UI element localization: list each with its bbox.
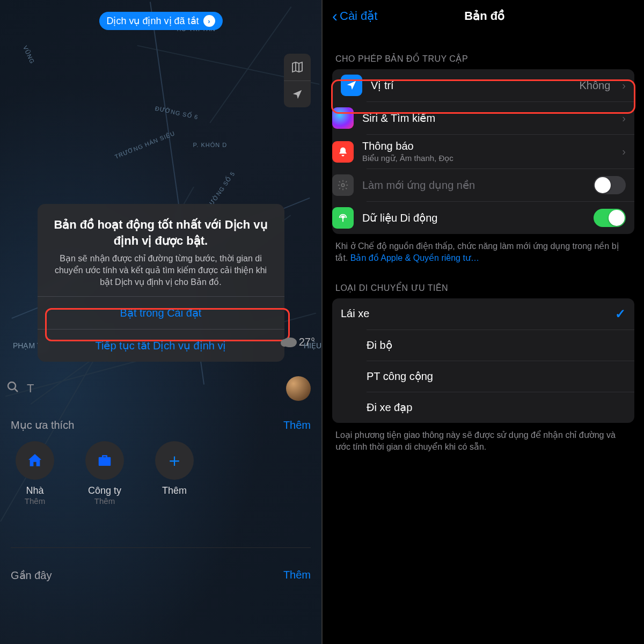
- access-list: Vị trí Không › Siri & Tìm kiếm › Thông b…: [332, 69, 634, 234]
- footer-note-1: Khi ở Chế độ nguồn điện thấp, chức năng …: [323, 234, 644, 271]
- right-settings-pane: ‹ Cài đặt Bản đồ CHO PHÉP BẢN ĐỒ TRUY CẬ…: [323, 0, 644, 644]
- chevron-right-icon: ›: [622, 79, 626, 92]
- favorite-home[interactable]: Nhà Thêm: [11, 441, 59, 506]
- chevron-right-icon: ›: [622, 112, 626, 125]
- cell-label: Lái xe: [341, 308, 606, 320]
- locate-button[interactable]: [284, 80, 311, 107]
- cell-label: PT công cộng: [367, 370, 626, 383]
- siri-cell[interactable]: Siri & Tìm kiếm ›: [367, 101, 634, 134]
- temperature-value: 27°: [299, 336, 315, 348]
- favorite-add[interactable]: ＋ Thêm: [150, 441, 199, 506]
- favorites-title: Mục ưa thích: [11, 419, 74, 431]
- travel-transit[interactable]: PT công cộng: [367, 361, 634, 392]
- search-text: T: [27, 382, 34, 396]
- cell-label: Làm mới ứng dụng nền: [362, 179, 585, 192]
- left-maps-pane: TRƯƠNG HÁN SIÊU ĐƯỜNG 30 THÁNG 4 ĐƯỜNG S…: [0, 0, 321, 644]
- favorite-label: Thêm: [150, 485, 199, 496]
- cell-label: Thông báo: [362, 140, 610, 152]
- enable-in-settings-button[interactable]: Bật trong Cài đặt: [38, 296, 284, 329]
- location-arrow-icon: [341, 75, 362, 96]
- travel-cycling[interactable]: Đi xe đạp: [367, 392, 634, 423]
- travel-type-list: Lái xe ✓ Đi bộ PT công cộng Đi xe đạp: [332, 298, 634, 423]
- map-icon: [291, 61, 304, 74]
- favorites-section: Mục ưa thích Thêm Nhà Thêm Công ty Thêm: [0, 419, 321, 506]
- background-refresh-toggle: [594, 176, 626, 194]
- search-bar[interactable]: T: [0, 372, 321, 405]
- notifications-cell[interactable]: Thông báo Biểu ngữ, Âm thanh, Đọc ›: [367, 134, 634, 169]
- cell-label: Siri & Tìm kiếm: [362, 112, 610, 125]
- chevron-right-icon: ›: [203, 15, 215, 27]
- recent-more-link[interactable]: Thêm: [283, 569, 311, 582]
- cellular-data-cell[interactable]: Dữ liệu Di động: [367, 201, 634, 234]
- recent-section: Gần đây Thêm: [0, 569, 321, 582]
- nav-bar: ‹ Cài đặt Bản đồ: [323, 0, 644, 32]
- siri-icon: [332, 107, 354, 129]
- chevron-right-icon: ›: [622, 145, 626, 158]
- location-prompt-dialog: Bản đồ hoạt động tốt nhất với Dịch vụ đị…: [38, 204, 284, 362]
- location-cell[interactable]: Vị trí Không ›: [332, 69, 634, 101]
- recent-title: Gần đây: [11, 569, 52, 582]
- favorite-sublabel: Thêm: [80, 496, 129, 506]
- map-mode-button[interactable]: [284, 54, 311, 80]
- antenna-icon: [332, 207, 354, 229]
- cell-value: Không: [579, 79, 610, 92]
- badge-label: Dịch vụ định vị đã tắt: [106, 15, 199, 27]
- travel-walking[interactable]: Đi bộ: [367, 330, 634, 361]
- cell-label: Dữ liệu Di động: [362, 211, 585, 224]
- gear-icon: [332, 174, 354, 196]
- divider: [11, 547, 311, 548]
- svg-point-2: [342, 217, 344, 218]
- user-avatar[interactable]: [286, 376, 311, 401]
- checkmark-icon: ✓: [615, 306, 626, 321]
- svg-point-0: [8, 382, 16, 390]
- section-header-access: CHO PHÉP BẢN ĐỒ TRUY CẬP: [323, 32, 644, 69]
- map-controls: [284, 54, 311, 107]
- favorite-label: Công ty: [80, 485, 129, 496]
- dialog-title: Bản đồ hoạt động tốt nhất với Dịch vụ đị…: [38, 217, 284, 248]
- bell-icon: [332, 141, 354, 163]
- section-header-travel: LOẠI DI CHUYỂN ƯU TIÊN: [323, 271, 644, 298]
- search-icon: [6, 380, 19, 397]
- location-arrow-icon: [291, 89, 303, 100]
- back-label: Cài đặt: [340, 9, 377, 23]
- road-label: P. Khón D: [193, 142, 227, 148]
- location-off-badge[interactable]: Dịch vụ định vị đã tắt ›: [99, 12, 222, 30]
- cell-label: Vị trí: [371, 79, 570, 92]
- favorite-sublabel: Thêm: [11, 496, 59, 506]
- cell-label: Đi bộ: [367, 339, 626, 352]
- svg-point-1: [341, 184, 345, 187]
- home-icon: [26, 452, 43, 469]
- favorite-label: Nhà: [11, 485, 59, 496]
- travel-driving[interactable]: Lái xe ✓: [332, 298, 634, 330]
- footer-note-2: Loại phương tiện giao thông này sẽ được …: [323, 423, 644, 460]
- cloud-icon: [283, 338, 297, 347]
- chevron-left-icon: ‹: [332, 8, 338, 24]
- cell-sublabel: Biểu ngữ, Âm thanh, Đọc: [362, 153, 610, 163]
- page-title: Bản đồ: [377, 9, 591, 23]
- back-button[interactable]: ‹ Cài đặt: [332, 8, 377, 24]
- favorites-more-link[interactable]: Thêm: [283, 419, 311, 431]
- privacy-link[interactable]: Bản đồ Apple & Quyền riêng tư…: [350, 253, 479, 262]
- background-refresh-cell: Làm mới ứng dụng nền: [367, 169, 634, 201]
- cellular-data-toggle[interactable]: [594, 209, 626, 227]
- favorite-work[interactable]: Công ty Thêm: [80, 441, 129, 506]
- weather-indicator[interactable]: 27°: [283, 336, 315, 348]
- keep-off-button[interactable]: Tiếp tục tắt Dịch vụ định vị: [38, 329, 284, 362]
- cell-label: Đi xe đạp: [367, 401, 626, 414]
- plus-icon: ＋: [165, 448, 184, 473]
- dialog-body: Bạn sẽ nhận được chỉ đường từng bước, th…: [38, 248, 284, 296]
- briefcase-icon: [97, 452, 113, 469]
